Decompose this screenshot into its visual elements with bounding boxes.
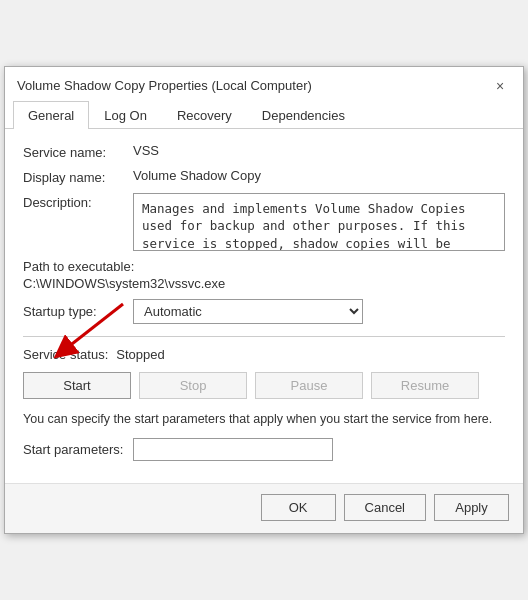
status-row: Service status: Stopped xyxy=(23,347,505,362)
path-label: Path to executable: xyxy=(23,259,505,274)
resume-button[interactable]: Resume xyxy=(371,372,479,399)
start-params-row: Start parameters: xyxy=(23,438,505,461)
start-params-input[interactable] xyxy=(133,438,333,461)
startup-type-select[interactable]: Automatic Automatic (Delayed Start) Manu… xyxy=(133,299,363,324)
description-label: Description: xyxy=(23,193,133,210)
service-name-row: Service name: VSS xyxy=(23,143,505,160)
tab-general[interactable]: General xyxy=(13,101,89,129)
apply-button[interactable]: Apply xyxy=(434,494,509,521)
stop-button[interactable]: Stop xyxy=(139,372,247,399)
close-button[interactable]: × xyxy=(489,75,511,97)
tab-content: Service name: VSS Display name: Volume S… xyxy=(5,129,523,484)
startup-type-row: Startup type: Automatic Automatic (Delay… xyxy=(23,299,505,324)
tab-bar: General Log On Recovery Dependencies xyxy=(5,101,523,129)
service-buttons-row: Start Stop Pause Resume xyxy=(23,372,505,399)
dialog-window: Volume Shadow Copy Properties (Local Com… xyxy=(4,66,524,535)
startup-type-label: Startup type: xyxy=(23,304,133,319)
pause-button[interactable]: Pause xyxy=(255,372,363,399)
window-title: Volume Shadow Copy Properties (Local Com… xyxy=(17,78,312,93)
title-bar: Volume Shadow Copy Properties (Local Com… xyxy=(5,67,523,97)
service-status-value: Stopped xyxy=(116,347,164,362)
path-section: Path to executable: C:\WINDOWS\system32\… xyxy=(23,259,505,291)
ok-button[interactable]: OK xyxy=(261,494,336,521)
cancel-button[interactable]: Cancel xyxy=(344,494,426,521)
hint-text: You can specify the start parameters tha… xyxy=(23,411,505,429)
service-name-value: VSS xyxy=(133,143,505,158)
start-params-label: Start parameters: xyxy=(23,442,133,457)
path-value: C:\WINDOWS\system32\vssvc.exe xyxy=(23,276,505,291)
tab-recovery[interactable]: Recovery xyxy=(162,101,247,129)
dialog-footer: OK Cancel Apply xyxy=(5,483,523,533)
description-row: Description: xyxy=(23,193,505,251)
tab-dependencies[interactable]: Dependencies xyxy=(247,101,360,129)
service-status-section: Service status: Stopped Start Stop Pause… xyxy=(23,347,505,399)
start-button[interactable]: Start xyxy=(23,372,131,399)
display-name-label: Display name: xyxy=(23,168,133,185)
service-name-label: Service name: xyxy=(23,143,133,160)
divider xyxy=(23,336,505,337)
display-name-row: Display name: Volume Shadow Copy xyxy=(23,168,505,185)
tab-logon[interactable]: Log On xyxy=(89,101,162,129)
service-status-label: Service status: xyxy=(23,347,108,362)
description-textarea[interactable] xyxy=(133,193,505,251)
display-name-value: Volume Shadow Copy xyxy=(133,168,505,183)
